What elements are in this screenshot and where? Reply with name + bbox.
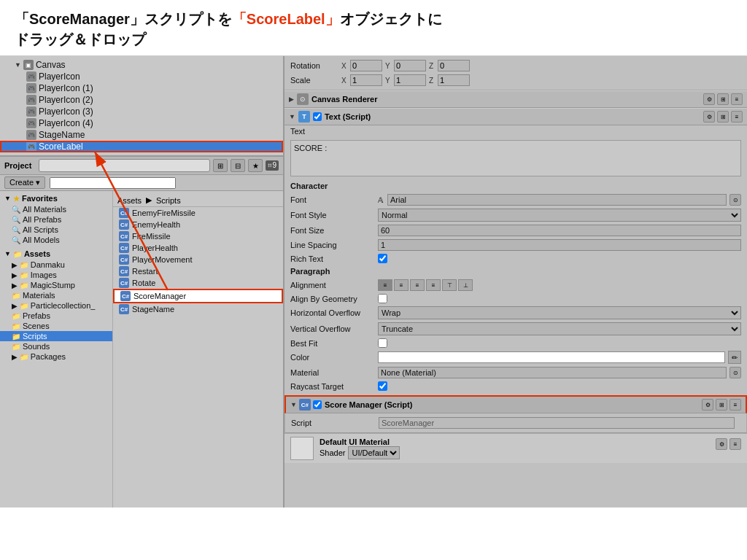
font-size-input[interactable]	[378, 225, 741, 236]
hierarchy-item-playericon[interactable]: 🎮 PlayerIcon	[0, 71, 283, 82]
text-script-header[interactable]: ▼ T Text (Script) ⚙ ⊞ ≡	[285, 108, 747, 125]
align-left-btn[interactable]: ≡	[378, 279, 392, 291]
align-by-geometry-checkbox[interactable]	[378, 294, 387, 303]
material-settings-btn[interactable]: ⚙	[716, 438, 727, 450]
scale-z-input[interactable]	[438, 74, 470, 86]
file-item-enemyfiremissile[interactable]: C# EnemyFireMissile	[113, 207, 283, 219]
sidebar-item-all-models[interactable]: 🔍 All Models	[0, 235, 112, 245]
score-manager-checkbox[interactable]	[313, 400, 322, 409]
sidebar-item-materials[interactable]: 📁 Materials	[0, 290, 112, 300]
align-right-btn[interactable]: ≡	[410, 279, 425, 291]
material-input[interactable]	[378, 367, 727, 378]
text-script-btn3[interactable]: ≡	[731, 111, 743, 122]
font-input[interactable]	[387, 194, 727, 206]
sidebar-item-scenes[interactable]: 📁 Scenes	[0, 321, 112, 331]
file-item-enemyhealth[interactable]: C# EnemyHealth	[113, 219, 283, 230]
sidebar-item-prefabs[interactable]: 📁 Prefabs	[0, 311, 112, 321]
script-value-group	[379, 417, 735, 429]
sidebar-item-magicstump[interactable]: ▶ 📁 MagicStump	[0, 280, 112, 290]
gameobj-icon: 🎮	[26, 118, 36, 128]
vertical-overflow-select[interactable]: Truncate Overflow	[378, 322, 741, 335]
character-heading: Character	[285, 179, 747, 192]
toolbar-btn-3[interactable]: ★	[248, 159, 263, 172]
text-script-checkbox[interactable]	[313, 112, 322, 121]
canvas-renderer-settings-btn[interactable]: ⚙	[703, 93, 715, 105]
best-fit-checkbox[interactable]	[378, 338, 387, 348]
sidebar-favorites-header[interactable]: ▼ ★ Favorites	[0, 192, 112, 204]
score-manager-header[interactable]: ▼ C# Score Manager (Script) ⚙ ⊞ ≡	[285, 395, 747, 413]
toolbar-btn-1[interactable]: ⊞	[213, 159, 228, 172]
sidebar-item-all-scripts[interactable]: 🔍 All Scripts	[0, 225, 112, 235]
sidebar-item-images[interactable]: ▶ 📁 Images	[0, 270, 112, 280]
alignment-row: Alignment ≡ ≡ ≡ ≡ ⊤ ⊥	[285, 278, 747, 292]
canvas-renderer-btn2[interactable]: ⊞	[717, 93, 729, 105]
rotation-z-input[interactable]	[438, 60, 470, 71]
font-style-select[interactable]: Normal Bold Italic	[378, 209, 741, 222]
hierarchy-item-stagename[interactable]: 🎮 StageName	[0, 129, 283, 141]
scale-z-group: Z	[429, 74, 470, 86]
canvas-renderer-header[interactable]: ▶ ⊙ Canvas Renderer ⚙ ⊞ ≡	[285, 90, 747, 108]
file-item-rotate[interactable]: C# Rotate	[113, 277, 283, 289]
rotation-x-input[interactable]	[350, 60, 382, 71]
project-search-input[interactable]	[39, 159, 210, 172]
color-picker-btn[interactable]: ✏	[728, 351, 741, 364]
rich-text-checkbox[interactable]	[378, 254, 387, 263]
align-middle-btn[interactable]: ⊥	[458, 279, 473, 291]
file-item-restart[interactable]: C# Restart	[113, 265, 283, 277]
toolbar-btn-2[interactable]: ⊟	[231, 159, 245, 172]
hierarchy-item-label: ScoreLabel	[39, 141, 83, 152]
align-justify-btn[interactable]: ≡	[426, 279, 441, 291]
material-picker-btn[interactable]: ⊙	[729, 367, 741, 378]
hierarchy-item-playericon4[interactable]: 🎮 PlayerIcon (4)	[0, 117, 283, 129]
hierarchy-item-canvas[interactable]: ▼ ▣ Canvas	[0, 59, 283, 71]
text-area-field[interactable]: SCORE :	[290, 140, 741, 176]
header-line1-suffix: オブジェクトに	[340, 11, 442, 27]
score-manager-settings-btn[interactable]: ⚙	[702, 399, 713, 411]
raycast-checkbox[interactable]	[378, 381, 387, 391]
font-picker-btn[interactable]: ⊙	[729, 194, 741, 206]
file-item-stagename[interactable]: C# StageName	[113, 303, 283, 315]
align-by-geometry-value	[378, 294, 741, 303]
rich-text-value-group	[378, 254, 741, 263]
sidebar-item-particlecollection[interactable]: ▶ 📁 Particlecollection_	[0, 300, 112, 311]
project-search-input2[interactable]	[50, 177, 176, 189]
folder-icon: 📁	[12, 332, 20, 341]
sidebar-item-all-materials[interactable]: 🔍 All Materials	[0, 204, 112, 214]
hierarchy-item-playericon2[interactable]: 🎮 PlayerIcon (2)	[0, 94, 283, 106]
sidebar-item-packages[interactable]: ▶ 📁 Packages	[0, 351, 112, 362]
vertical-overflow-label: Vertical Overflow	[290, 324, 378, 333]
material-btn2[interactable]: ≡	[729, 438, 741, 450]
rotation-y-input[interactable]	[394, 60, 426, 71]
align-center-btn[interactable]: ≡	[394, 279, 409, 291]
create-button[interactable]: Create ▾	[4, 176, 45, 189]
project-files: Assets ▶ Scripts C# EnemyFireMissile C# …	[113, 191, 283, 508]
horizontal-overflow-select[interactable]: Wrap Overflow	[378, 306, 741, 319]
text-script-settings-btn[interactable]: ⚙	[703, 111, 715, 122]
hierarchy-item-playericon3[interactable]: 🎮 PlayerIcon (3)	[0, 106, 283, 117]
hierarchy-item-playericon1[interactable]: 🎮 PlayerIcon (1)	[0, 82, 283, 94]
file-item-scoremanager[interactable]: C# ScoreManager	[113, 289, 283, 303]
scale-y-input[interactable]	[394, 74, 426, 86]
script-input[interactable]	[379, 417, 735, 429]
hierarchy-item-scorelabel[interactable]: 🎮 ScoreLabel	[0, 141, 283, 152]
score-manager-btn2[interactable]: ⊞	[716, 399, 727, 411]
file-item-firemissile[interactable]: C# FireMissile	[113, 230, 283, 242]
shader-select[interactable]: UI/Default	[348, 446, 400, 459]
text-script-btn2[interactable]: ⊞	[717, 111, 729, 122]
canvas-renderer-btn3[interactable]: ≡	[731, 93, 743, 105]
sidebar-assets-header[interactable]: ▼ 📁 Assets	[0, 248, 112, 260]
line-spacing-input[interactable]	[378, 239, 741, 251]
sidebar-item-scripts[interactable]: 📁 Scripts	[0, 331, 112, 341]
z-axis-label: Z	[429, 77, 436, 85]
score-manager-btn3[interactable]: ≡	[729, 399, 741, 411]
sidebar-item-danmaku[interactable]: ▶ 📁 Danmaku	[0, 260, 112, 270]
file-item-playerhealth[interactable]: C# PlayerHealth	[113, 242, 283, 254]
file-item-playermovement[interactable]: C# PlayerMovement	[113, 254, 283, 265]
sidebar-item-sounds[interactable]: 📁 Sounds	[0, 341, 112, 351]
scale-x-input[interactable]	[350, 74, 382, 86]
sidebar-item-all-prefabs[interactable]: 🔍 All Prefabs	[0, 214, 112, 225]
font-style-value-group: Normal Bold Italic	[378, 209, 741, 222]
align-top-btn[interactable]: ⊤	[442, 279, 457, 291]
color-swatch[interactable]	[378, 351, 725, 363]
alignment-buttons: ≡ ≡ ≡ ≡ ⊤ ⊥	[378, 279, 473, 291]
